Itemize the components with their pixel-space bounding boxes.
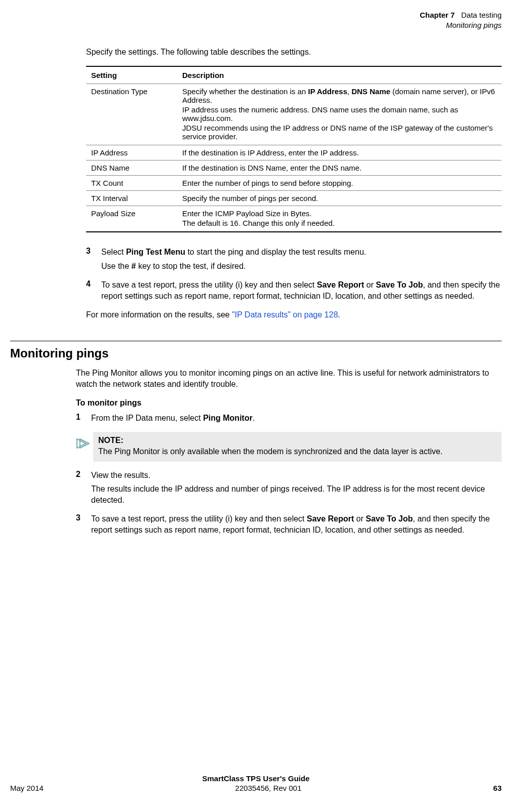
step-3: 3 Select Ping Test Menu to start the pin… [86, 247, 502, 271]
cell-setting: TX Interval [86, 191, 177, 206]
cell-description: Enter the ICMP Payload Size in Bytes. Th… [177, 206, 502, 232]
chapter-label: Chapter 7 [420, 11, 455, 19]
step-4: 4 To save a test report, press the utili… [86, 279, 502, 301]
table-row: TX Interval Specify the number of pings … [86, 191, 502, 206]
cell-description: Specify whether the destination is an IP… [177, 84, 502, 145]
page-footer: SmartClass TPS User's Guide May 2014 220… [10, 774, 502, 792]
section-intro: The Ping Monitor allows you to monitor i… [76, 368, 502, 389]
step-number: 4 [86, 279, 101, 301]
cell-setting: DNS Name [86, 160, 177, 176]
table-row: TX Count Enter the number of pings to se… [86, 176, 502, 191]
footer-page-number: 63 [493, 784, 502, 792]
cell-setting: IP Address [86, 145, 177, 160]
svg-marker-0 [77, 439, 86, 448]
th-description: Description [177, 66, 502, 84]
settings-table: Setting Description Destination Type Spe… [86, 66, 502, 232]
step-body: To save a test report, press the utility… [101, 279, 502, 301]
cell-description: If the destination is DNS Name, enter th… [177, 160, 502, 176]
note-block: NOTE: The Ping Monitor is only available… [76, 432, 502, 462]
footer-date: May 2014 [10, 784, 44, 792]
monitor-step-3: 3 To save a test report, press the utili… [76, 513, 502, 535]
step-number: 3 [86, 247, 101, 271]
cell-description: Enter the number of pings to send before… [177, 176, 502, 191]
note-title: NOTE: [98, 435, 497, 446]
footer-title: SmartClass TPS User's Guide [10, 774, 502, 783]
step-body: From the IP Data menu, select Ping Monit… [91, 413, 502, 424]
cell-setting: Payload Size [86, 206, 177, 232]
step-number: 1 [76, 413, 91, 424]
step-number: 3 [76, 513, 91, 535]
monitor-step-2: 2 View the results. The results include … [76, 470, 502, 506]
step-body: To save a test report, press the utility… [91, 513, 502, 535]
step-body: View the results. The results include th… [91, 470, 502, 506]
table-row: Payload Size Enter the ICMP Payload Size… [86, 206, 502, 232]
cell-setting: TX Count [86, 176, 177, 191]
note-body: The Ping Monitor is only available when … [98, 446, 497, 457]
table-row: Destination Type Specify whether the des… [86, 84, 502, 145]
cell-description: If the destination is IP Address, enter … [177, 145, 502, 160]
note-icon [76, 432, 93, 451]
footer-docid: 22035456, Rev 001 [235, 784, 302, 792]
cell-description: Specify the number of pings per second. [177, 191, 502, 206]
more-info: For more information on the results, see… [86, 309, 502, 320]
intro-text: Specify the settings. The following tabl… [86, 48, 502, 57]
table-row: IP Address If the destination is IP Addr… [86, 145, 502, 160]
monitor-step-1: 1 From the IP Data menu, select Ping Mon… [76, 413, 502, 424]
chapter-title: Data testing [457, 11, 502, 19]
section-heading: Monitoring pings [10, 346, 502, 360]
step-body: Select Ping Test Menu to start the ping … [101, 247, 502, 271]
section-divider [10, 341, 502, 341]
table-row: DNS Name If the destination is DNS Name,… [86, 160, 502, 176]
th-setting: Setting [86, 66, 177, 84]
header-section-title: Monitoring pings [10, 20, 502, 30]
xref-link[interactable]: "IP Data results" on page 128 [232, 310, 338, 319]
page-header: Chapter 7 Data testing Monitoring pings [10, 10, 502, 30]
svg-marker-1 [80, 439, 89, 448]
subheading: To monitor pings [76, 398, 502, 408]
cell-setting: Destination Type [86, 84, 177, 145]
step-number: 2 [76, 470, 91, 506]
